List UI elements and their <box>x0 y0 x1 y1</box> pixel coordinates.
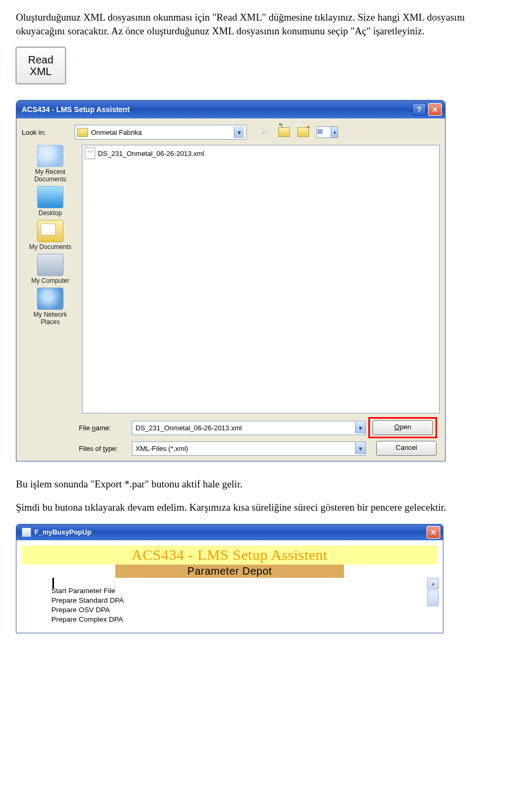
read-xml-screenshot: Read XML <box>16 47 492 84</box>
place-desktop-label: Desktop <box>26 209 74 217</box>
filename-value: DS_231_Onmetal_06-26-2013.xml <box>135 424 355 432</box>
busy-popup-window: F_myBusyPopUp ✕ ACS434 - LMS Setup Assis… <box>16 524 443 634</box>
scroll-thumb[interactable] <box>427 590 439 606</box>
lookin-label: Look in: <box>22 128 69 136</box>
folder-icon <box>77 128 88 137</box>
lookin-value: Onmetal Fabrika <box>91 128 234 136</box>
log-line: Prepare Complex DPA <box>51 615 427 624</box>
documents-icon <box>37 220 64 242</box>
mid-paragraph-2: Şimdi bu butona tıklayarak devam edelim.… <box>16 501 492 514</box>
busy-title-text: F_myBusyPopUp <box>34 528 92 536</box>
close-button[interactable]: ✕ <box>428 103 442 116</box>
computer-icon <box>37 254 64 276</box>
filetype-label: Files of type: <box>79 445 132 453</box>
place-network-label: My Network Places <box>26 311 74 326</box>
filename-combo[interactable]: DS_231_Onmetal_06-26-2013.xml ▾ <box>132 421 366 435</box>
read-xml-button[interactable]: Read XML <box>16 47 66 84</box>
desktop-icon <box>37 186 64 208</box>
app-icon <box>22 528 31 537</box>
place-recent[interactable]: My Recent Documents <box>26 145 74 183</box>
view-menu-icon[interactable]: ▾ <box>316 126 338 138</box>
dialog-titlebar: ACS434 - LMS Setup Assistent ? ✕ <box>16 100 445 118</box>
scrollbar[interactable]: ▴ <box>427 578 438 625</box>
filename-label: File name: <box>79 424 132 432</box>
places-bar: My Recent Documents Desktop My Documents… <box>22 145 79 413</box>
intro-paragraph: Oluşturduğunuz XML dosyasının okunması i… <box>16 11 492 38</box>
cancel-button[interactable]: Cancel <box>376 441 437 456</box>
back-icon[interactable]: ← <box>259 126 271 138</box>
chevron-down-icon[interactable]: ▾ <box>355 422 365 433</box>
busy-titlebar: F_myBusyPopUp ✕ <box>16 524 443 540</box>
filetype-value: XML-Files (*.xml) <box>135 445 355 453</box>
place-recent-label: My Recent Documents <box>26 168 74 183</box>
open-button[interactable]: Open <box>373 420 433 435</box>
busy-log: Start Parameter File Prepare Standard DP… <box>51 586 427 625</box>
place-computer-label: My Computer <box>26 277 74 284</box>
scroll-up-icon[interactable]: ▴ <box>427 578 439 589</box>
recent-icon <box>37 145 64 167</box>
up-one-level-icon[interactable] <box>278 126 290 138</box>
chevron-down-icon[interactable]: ▾ <box>355 442 365 454</box>
busy-banner-title: ACS434 - LMS Setup Assistent <box>22 546 438 565</box>
place-computer[interactable]: My Computer <box>26 254 74 284</box>
mid-paragraph-1: Bu işlem sonunda "Export *.par" butonu a… <box>16 477 492 491</box>
read-xml-line2: XML <box>28 66 53 77</box>
read-xml-line1: Read <box>28 54 53 66</box>
xml-file-icon <box>85 147 95 159</box>
busy-banner-subtitle: Parameter Depot <box>115 565 344 578</box>
log-line: Prepare OSV DPA <box>51 605 427 615</box>
open-file-dialog: ACS434 - LMS Setup Assistent ? ✕ Look in… <box>16 100 446 462</box>
dialog-title: ACS434 - LMS Setup Assistent <box>22 105 130 114</box>
chevron-down-icon[interactable]: ▾ <box>234 126 244 138</box>
network-icon <box>37 288 64 310</box>
filetype-combo[interactable]: XML-Files (*.xml) ▾ <box>132 441 366 456</box>
log-line: Start Parameter File <box>51 586 427 596</box>
open-button-highlight: Open <box>370 419 436 437</box>
file-item-name: DS_231_Onmetal_06-26-2013.xml <box>98 150 204 158</box>
place-documents-label: My Documents <box>26 243 74 251</box>
place-desktop[interactable]: Desktop <box>26 186 74 217</box>
close-button[interactable]: ✕ <box>427 526 440 539</box>
new-folder-icon[interactable] <box>297 126 309 138</box>
lookin-combo[interactable]: Onmetal Fabrika ▾ <box>75 125 247 140</box>
place-network[interactable]: My Network Places <box>26 288 74 326</box>
file-list-pane[interactable]: DS_231_Onmetal_06-26-2013.xml <box>82 145 440 413</box>
place-documents[interactable]: My Documents <box>26 220 74 251</box>
file-item[interactable]: DS_231_Onmetal_06-26-2013.xml <box>85 147 437 159</box>
help-button[interactable]: ? <box>412 103 426 116</box>
log-line: Prepare Standard DPA <box>51 596 427 605</box>
